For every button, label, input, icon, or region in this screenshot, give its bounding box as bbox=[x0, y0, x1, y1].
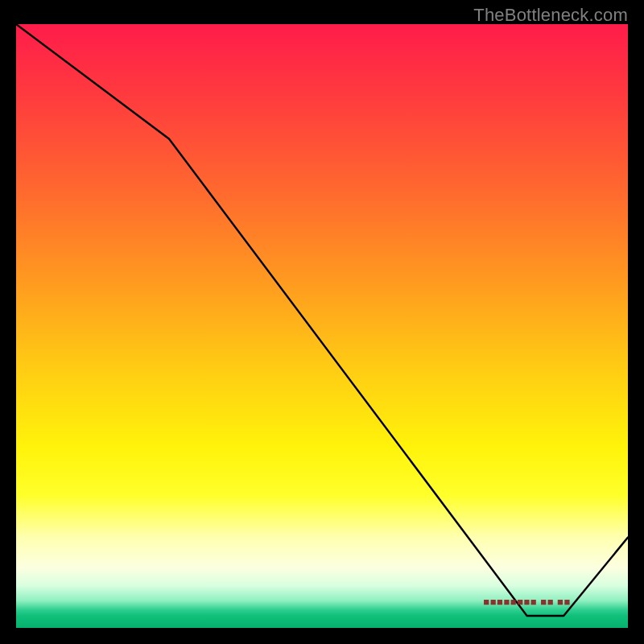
chart-frame: TheBottleneck.com ■■■■■■■■ ■■ ■■ bbox=[0, 0, 644, 644]
plot-area: ■■■■■■■■ ■■ ■■ bbox=[16, 24, 628, 628]
bottleneck-line bbox=[16, 24, 628, 616]
watermark-text: TheBottleneck.com bbox=[473, 5, 628, 26]
line-layer bbox=[16, 24, 628, 628]
trough-annotation: ■■■■■■■■ ■■ ■■ bbox=[483, 596, 570, 608]
